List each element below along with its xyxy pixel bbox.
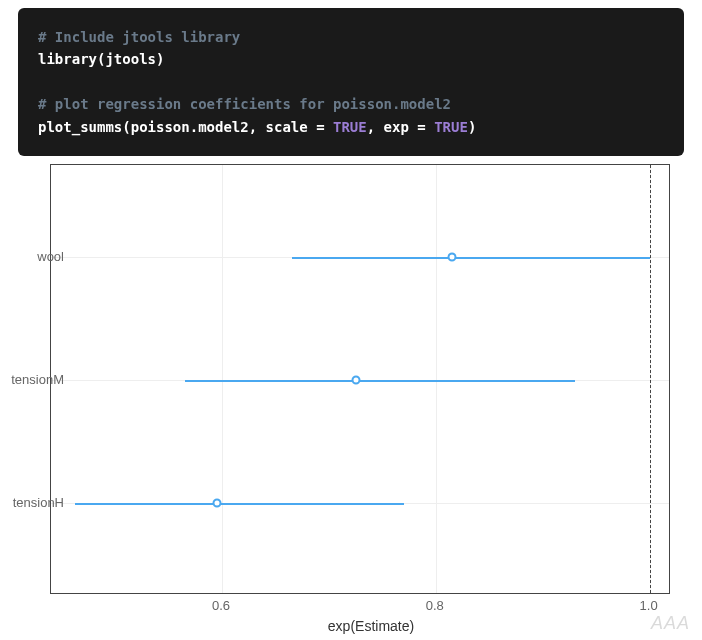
code-comment-1: # Include jtools library	[38, 26, 664, 48]
x-tick-label: 0.8	[426, 598, 444, 613]
coefficient-plot: wooltensionMtensionH0.60.81.0 exp(Estima…	[50, 164, 692, 594]
x-axis-title: exp(Estimate)	[328, 618, 414, 634]
ci-bar-tensionH	[75, 503, 404, 505]
y-tick-label: tensionH	[13, 494, 64, 509]
x-tick-label: 0.6	[212, 598, 230, 613]
y-tick-label: wool	[37, 249, 64, 264]
code-block: # Include jtools library library(jtools)…	[18, 8, 684, 156]
reference-line	[650, 165, 651, 593]
point-tensionM	[351, 375, 360, 384]
y-tick-label: tensionM	[11, 371, 64, 386]
plot-panel	[50, 164, 670, 594]
point-tensionH	[212, 498, 221, 507]
ci-bar-tensionM	[185, 380, 575, 382]
ci-bar-wool	[292, 257, 650, 259]
point-wool	[447, 253, 456, 262]
x-tick-label: 1.0	[640, 598, 658, 613]
code-line-1: library(jtools)	[38, 48, 664, 70]
code-blank	[38, 71, 664, 93]
code-comment-2: # plot regression coefficients for poiss…	[38, 93, 664, 115]
code-line-2: plot_summs(poisson.model2, scale = TRUE,…	[38, 116, 664, 138]
watermark: AAA	[651, 613, 690, 634]
gridline-x	[222, 165, 223, 593]
gridline-x	[436, 165, 437, 593]
